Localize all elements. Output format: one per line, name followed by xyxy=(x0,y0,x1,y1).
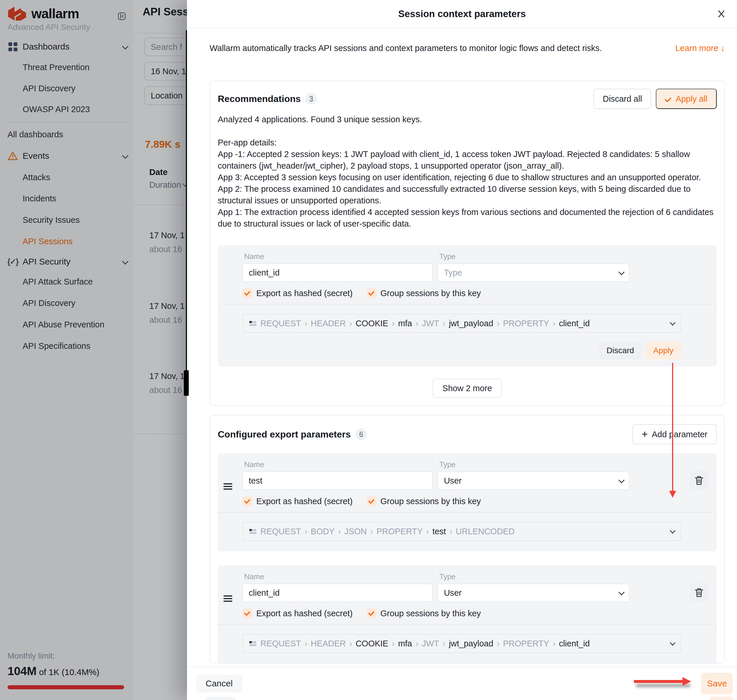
name-label: Name xyxy=(244,572,433,581)
checkbox-checked-icon xyxy=(367,609,376,618)
checkbox-checked-icon xyxy=(242,496,252,506)
drag-handle-icon[interactable] xyxy=(224,483,232,484)
modal-footer: Cancel Save xyxy=(187,666,737,700)
name-label: Name xyxy=(244,460,433,469)
checkbox-checked-icon xyxy=(242,609,252,618)
close-icon xyxy=(717,9,725,19)
breadcrumb: REQUEST›BODY›JSON›PROPERTY›test›URLENCOD… xyxy=(260,527,514,536)
cancel-button[interactable]: Cancel xyxy=(196,675,242,693)
breadcrumb: REQUEST›HEADER›COOKIE›mfa›JWT›jwt_payloa… xyxy=(260,639,590,649)
screen: wallarm Advanced API Security Dashboards… xyxy=(0,0,737,700)
name-input[interactable] xyxy=(242,584,433,602)
recommendations-count-badge: 3 xyxy=(305,93,317,104)
recommendations-details: Analyzed 4 applications. Found 3 unique … xyxy=(218,113,717,229)
chevron-down-icon xyxy=(618,589,625,595)
request-path-icon xyxy=(249,641,256,646)
session-context-parameters-modal: Session context parameters Wallarm autom… xyxy=(187,0,737,700)
annotation-arrowhead-down xyxy=(669,491,676,498)
recommendations-card: Recommendations 3 Discard all Apply all … xyxy=(209,81,725,406)
discard-button[interactable]: Discard xyxy=(599,341,642,360)
show-more-button[interactable]: Show 2 more xyxy=(433,379,502,398)
save-button-fragment xyxy=(710,697,734,700)
drag-handle-icon[interactable] xyxy=(224,596,232,597)
group-sessions-checkbox[interactable]: Group sessions by this key xyxy=(367,288,481,298)
type-select[interactable]: Type xyxy=(438,263,629,282)
annotation-arrow-vertical xyxy=(672,363,673,491)
learn-more-link[interactable]: Learn more ↓ xyxy=(675,43,725,53)
export-hashed-checkbox[interactable]: Export as hashed (secret) xyxy=(242,496,352,506)
annotation-arrowhead-right xyxy=(682,677,691,686)
configured-parameter-row: Name Type User xyxy=(218,453,717,551)
recommendation-item: Name Type Type xyxy=(218,245,717,366)
type-label: Type xyxy=(439,572,629,581)
checkbox-checked-icon xyxy=(367,496,376,506)
type-label: Type xyxy=(439,252,629,261)
modal-backdrop[interactable] xyxy=(0,0,187,700)
breadcrumb: REQUEST›HEADER›COOKIE›mfa›JWT›jwt_payloa… xyxy=(260,319,590,328)
configured-parameter-row: Name Type User xyxy=(218,565,717,663)
checkbox-checked-icon xyxy=(242,288,252,298)
chevron-down-icon xyxy=(670,640,675,646)
parameter-path-select[interactable]: REQUEST›HEADER›COOKIE›mfa›JWT›jwt_payloa… xyxy=(242,314,681,333)
delete-parameter-button[interactable] xyxy=(690,471,709,490)
apply-button[interactable]: Apply xyxy=(646,341,681,360)
apply-all-button[interactable]: Apply all xyxy=(656,89,717,109)
parameter-path-select[interactable]: REQUEST›BODY›JSON›PROPERTY›test›URLENCOD… xyxy=(242,522,681,541)
chevron-down-icon xyxy=(670,320,675,326)
type-select[interactable]: User xyxy=(438,584,629,602)
recommendations-title: Recommendations xyxy=(218,94,301,104)
name-label: Name xyxy=(244,252,433,261)
modal-header: Session context parameters xyxy=(187,0,737,28)
divider xyxy=(218,512,717,513)
chevron-down-icon xyxy=(618,269,625,275)
close-button[interactable] xyxy=(716,8,727,20)
check-icon xyxy=(665,95,671,102)
modal-body: Wallarm automatically tracks API session… xyxy=(187,28,737,666)
page-scrollbar-track xyxy=(186,30,187,396)
type-label: Type xyxy=(439,460,629,469)
request-path-icon xyxy=(249,529,256,534)
group-sessions-checkbox[interactable]: Group sessions by this key xyxy=(367,609,481,618)
annotation-arrow-horizontal xyxy=(634,680,683,683)
group-sessions-checkbox[interactable]: Group sessions by this key xyxy=(367,496,481,506)
divider xyxy=(218,304,717,304)
parameter-path-select[interactable]: REQUEST›HEADER›COOKIE›mfa›JWT›jwt_payloa… xyxy=(242,634,681,653)
trash-icon xyxy=(694,475,704,485)
cancel-button-fragment xyxy=(205,697,236,700)
delete-parameter-button[interactable] xyxy=(690,583,709,602)
name-input[interactable] xyxy=(242,471,433,490)
chevron-down-icon xyxy=(670,528,675,534)
export-hashed-checkbox[interactable]: Export as hashed (secret) xyxy=(242,609,352,618)
export-hashed-checkbox[interactable]: Export as hashed (secret) xyxy=(242,288,352,298)
modal-title: Session context parameters xyxy=(187,0,737,28)
page-scrollbar-thumb[interactable] xyxy=(184,370,189,396)
trash-icon xyxy=(694,587,704,598)
checkbox-checked-icon xyxy=(367,288,376,298)
discard-all-button[interactable]: Discard all xyxy=(594,89,651,109)
intro-text: Wallarm automatically tracks API session… xyxy=(209,43,602,53)
chevron-down-icon xyxy=(618,477,625,483)
request-path-icon xyxy=(249,321,256,326)
configured-title: Configured export parameters xyxy=(218,429,351,440)
configured-count-badge: 6 xyxy=(355,428,367,440)
divider xyxy=(218,624,717,625)
add-parameter-button[interactable]: + Add parameter xyxy=(632,424,717,444)
save-button[interactable]: Save xyxy=(701,673,733,694)
configured-parameters-card: Configured export parameters 6 + Add par… xyxy=(209,415,725,663)
name-input[interactable] xyxy=(242,263,433,282)
down-arrow-icon: ↓ xyxy=(721,43,725,53)
type-select[interactable]: User xyxy=(438,471,629,490)
